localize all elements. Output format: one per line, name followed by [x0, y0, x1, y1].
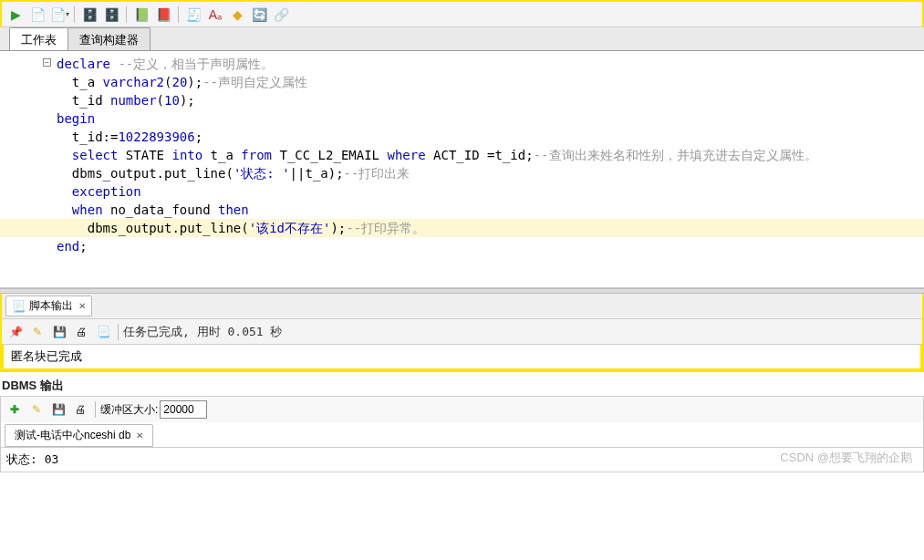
rollback-button[interactable]: 🗄️ — [101, 5, 121, 25]
script-output-panel: 📃 脚本输出 ✕ 📌 ✎ 💾 🖨 📃 任务已完成, 用时 0.051 秒 匿名块… — [0, 294, 924, 372]
dbms-tab-row: 测试-电话中心nceshi db ✕ — [1, 422, 923, 447]
save-button[interactable]: 💾 — [48, 399, 68, 420]
output-tab-row: 📃 脚本输出 ✕ — [2, 294, 922, 319]
plus-icon: ✚ — [10, 403, 19, 416]
pencil-icon: ✎ — [32, 403, 41, 416]
separator — [74, 6, 75, 23]
sql-icon: 🧾 — [186, 7, 202, 22]
buffer-size-label: 缓冲区大小: — [100, 402, 158, 418]
output-toolbar: 📌 ✎ 💾 🖨 📃 任务已完成, 用时 0.051 秒 — [2, 319, 922, 345]
font-icon: Aₐ — [209, 7, 222, 22]
editor-tabs: 工作表 查询构建器 — [0, 27, 924, 51]
task-status: 任务已完成, 用时 0.051 秒 — [123, 324, 282, 340]
pin-button[interactable]: 📌 — [5, 322, 26, 342]
refresh-button[interactable]: 🔄 — [249, 5, 269, 25]
print-button[interactable]: 🖨 — [70, 399, 90, 420]
tab-worksheet[interactable]: 工作表 — [9, 27, 68, 50]
dbms-toolbar: ✚ ✎ 💾 🖨 缓冲区大小: — [1, 397, 923, 422]
database-icon: 🗄️ — [82, 7, 98, 22]
add-connection-button[interactable]: ✚ — [5, 399, 25, 420]
link-button[interactable]: 🔗 — [271, 5, 291, 25]
chain-icon: 🔗 — [274, 7, 289, 22]
print-icon: 🖨 — [76, 326, 87, 338]
script-icon: 📃 — [12, 300, 26, 313]
dbms-output-panel: ✚ ✎ 💾 🖨 缓冲区大小: 测试-电话中心nceshi db ✕ 状态: 03… — [0, 396, 924, 472]
pin-icon: 📌 — [9, 326, 23, 338]
explain-plan-button[interactable]: 📗 — [131, 5, 151, 25]
sql-editor[interactable]: −declare --定义，相当于声明属性。 t_a varchar2(20);… — [0, 51, 924, 288]
save-icon: 💾 — [52, 403, 66, 416]
file-icon: 📄 — [30, 7, 46, 22]
list-button[interactable]: 📃 — [93, 322, 113, 342]
separator — [126, 6, 127, 23]
tab-connection[interactable]: 测试-电话中心nceshi db ✕ — [5, 424, 153, 447]
refresh-icon: 🔄 — [252, 7, 267, 22]
sql-history-button[interactable]: 🧾 — [183, 5, 203, 25]
print-icon: 🖨 — [75, 403, 86, 416]
run-button[interactable]: ▶ — [5, 5, 26, 25]
separator — [118, 324, 119, 340]
autotrace-button[interactable]: 📕 — [153, 5, 173, 25]
watermark: CSDN @想要飞翔的企鹅 — [780, 450, 912, 466]
case-button[interactable]: Aₐ — [205, 5, 225, 25]
tab-label: 脚本输出 — [29, 298, 73, 314]
play-icon: ▶ — [11, 7, 21, 22]
fold-toggle[interactable]: − — [43, 58, 51, 67]
clear-button[interactable]: ◆ — [227, 5, 247, 25]
list-icon: 📃 — [97, 326, 110, 338]
close-icon[interactable]: ✕ — [134, 430, 143, 441]
buffer-size-input[interactable] — [160, 400, 207, 419]
commit-button[interactable]: 🗄️ — [79, 5, 99, 25]
save-icon: 💾 — [53, 326, 67, 338]
close-icon[interactable]: ✕ — [77, 301, 86, 311]
database-icon: 🗄️ — [104, 7, 119, 22]
tab-query-builder[interactable]: 查询构建器 — [67, 27, 151, 50]
doc-green-icon: 📗 — [134, 7, 150, 22]
dbms-output-title: DBMS 输出 — [0, 372, 924, 396]
eraser-icon: ◆ — [233, 7, 243, 22]
tab-script-output[interactable]: 📃 脚本输出 ✕ — [5, 296, 92, 316]
main-toolbar: ▶ 📄 📄▾ 🗄️ 🗄️ 📗 📕 🧾 Aₐ ◆ 🔄 🔗 — [0, 0, 924, 27]
edit-button[interactable]: ✎ — [26, 399, 47, 420]
pencil-icon: ✎ — [33, 326, 42, 338]
script-output-body: 匿名块已完成 — [2, 345, 922, 370]
save-as-button[interactable]: 📄▾ — [49, 5, 69, 25]
print-button[interactable]: 🖨 — [71, 322, 91, 342]
separator — [95, 401, 96, 418]
file-icon: 📄 — [50, 7, 66, 22]
separator — [178, 6, 179, 23]
tab-label: 测试-电话中心nceshi db — [15, 428, 130, 443]
doc-red-icon: 📕 — [156, 7, 171, 22]
save-script-button[interactable]: 📄 — [27, 5, 47, 25]
save-output-button[interactable]: 💾 — [49, 322, 69, 342]
edit-button[interactable]: ✎ — [27, 322, 47, 342]
